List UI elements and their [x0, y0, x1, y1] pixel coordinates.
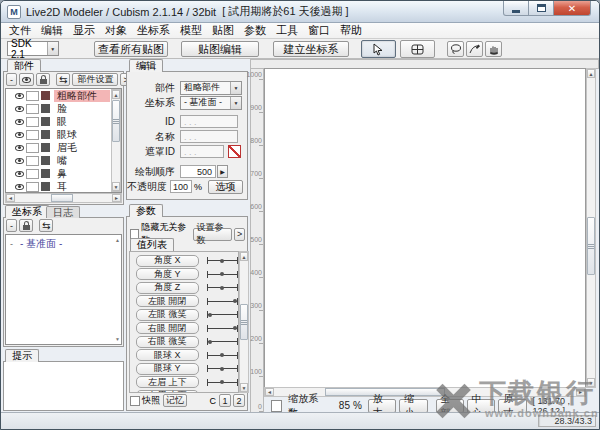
- menu-window[interactable]: 窗口: [303, 23, 335, 38]
- scroll-left-icon[interactable]: ◄: [265, 388, 274, 396]
- menu-model[interactable]: 模型: [175, 23, 207, 38]
- param-slider[interactable]: [207, 257, 238, 264]
- param-slider[interactable]: [207, 325, 238, 332]
- scroll-up-icon[interactable]: ▲: [587, 69, 595, 78]
- part-settings-button[interactable]: 部件设置: [72, 73, 118, 86]
- menu-file[interactable]: 文件: [4, 23, 36, 38]
- zoom-lock-checkbox[interactable]: [271, 400, 282, 412]
- part-checkbox[interactable]: [26, 182, 39, 192]
- slider-marker[interactable]: [220, 367, 224, 371]
- lock-toggle-button[interactable]: [36, 73, 50, 86]
- param-name-button[interactable]: 左眼 微笑: [136, 309, 199, 321]
- part-checkbox[interactable]: [26, 169, 39, 179]
- part-name[interactable]: 眉毛: [54, 142, 110, 154]
- slider-marker[interactable]: [208, 340, 212, 344]
- part-name[interactable]: 眼球: [54, 129, 110, 141]
- coordsys-dropdown[interactable]: - 基准面 - ▼: [180, 96, 242, 110]
- preset-2-button[interactable]: 2: [233, 394, 245, 407]
- close-button[interactable]: ✕: [553, 1, 591, 16]
- tree-item-base-plane[interactable]: - - 基准面 -: [6, 235, 121, 251]
- part-checkbox[interactable]: [26, 130, 39, 140]
- slider-marker[interactable]: [220, 286, 224, 290]
- params-more-button[interactable]: >: [234, 228, 245, 241]
- menu-object[interactable]: 对象: [100, 23, 132, 38]
- options-button[interactable]: 选项: [208, 180, 243, 194]
- eye-icon[interactable]: [13, 106, 26, 112]
- param-name-button[interactable]: 眼球 X: [136, 349, 199, 361]
- part-row-1[interactable]: 脸: [6, 102, 121, 115]
- param-name-button[interactable]: 角度 X: [136, 255, 199, 267]
- part-name[interactable]: 鼻: [54, 168, 110, 180]
- param-slider[interactable]: [207, 338, 238, 345]
- visibility-toggle-button[interactable]: [19, 73, 34, 86]
- grid-tool-button[interactable]: [400, 40, 435, 58]
- part-row-4[interactable]: 眉毛: [6, 141, 121, 154]
- scroll-right-icon[interactable]: ►: [112, 194, 121, 202]
- param-name-button[interactable]: 眼球 Y: [136, 363, 199, 375]
- part-checkbox[interactable]: [26, 117, 39, 127]
- param-slider[interactable]: [207, 352, 238, 359]
- scroll-up-icon[interactable]: ▲: [240, 252, 248, 261]
- tab-params[interactable]: 参数: [129, 204, 163, 217]
- tab-coordsys[interactable]: 坐标系: [5, 205, 49, 218]
- part-checkbox[interactable]: [26, 104, 39, 114]
- params-vertical-scrollbar[interactable]: ▲ ▼: [239, 251, 249, 393]
- part-name[interactable]: 耳: [54, 181, 110, 193]
- scrollbar-thumb[interactable]: [112, 100, 120, 142]
- part-checkbox[interactable]: [26, 156, 39, 166]
- tab-edit[interactable]: 编辑: [129, 59, 163, 72]
- param-name-button[interactable]: 角度 Z: [136, 282, 199, 294]
- parts-vertical-scrollbar[interactable]: ▲ ▼: [111, 89, 121, 192]
- param-name-button[interactable]: 角度 Y: [136, 268, 199, 280]
- lock-toggle-button[interactable]: [19, 219, 33, 232]
- param-slider[interactable]: [207, 284, 238, 291]
- scroll-down-icon[interactable]: ▼: [112, 182, 120, 191]
- eye-icon[interactable]: [13, 93, 26, 99]
- preset-1-button[interactable]: 1: [219, 394, 231, 407]
- mask-none-button[interactable]: [228, 145, 241, 158]
- scroll-down-icon[interactable]: ▼: [587, 378, 595, 387]
- tab-log[interactable]: 日志: [46, 206, 80, 218]
- zoom-in-button[interactable]: 放大: [368, 399, 396, 413]
- scroll-up-icon[interactable]: ▲: [115, 237, 120, 243]
- scrollbar-thumb[interactable]: [587, 217, 595, 275]
- eye-icon[interactable]: [13, 158, 26, 164]
- slider-marker[interactable]: [220, 259, 224, 263]
- draw-order-field[interactable]: 500: [180, 165, 216, 178]
- snapshot-checkbox[interactable]: [130, 396, 140, 406]
- select-tool-button[interactable]: [361, 40, 396, 58]
- param-name-button[interactable]: 左眼 開閉: [136, 295, 199, 307]
- part-row-5[interactable]: 嘴: [6, 154, 121, 167]
- part-name[interactable]: 粗略部件: [54, 90, 110, 102]
- menu-tools[interactable]: 工具: [271, 23, 303, 38]
- scroll-down-icon[interactable]: ▼: [115, 336, 120, 342]
- scroll-down-icon[interactable]: ▼: [240, 383, 248, 392]
- scrollbar-thumb[interactable]: [240, 304, 248, 340]
- maximize-button[interactable]: [528, 1, 554, 16]
- minimize-button[interactable]: [503, 1, 529, 16]
- menu-texture[interactable]: 贴图: [207, 23, 239, 38]
- slider-marker[interactable]: [220, 272, 224, 276]
- scroll-left-icon[interactable]: ◄: [6, 194, 15, 202]
- swap-button[interactable]: ⇆: [56, 73, 70, 86]
- param-slider[interactable]: [207, 271, 238, 278]
- eye-icon[interactable]: [13, 119, 26, 125]
- part-checkbox[interactable]: [26, 143, 39, 153]
- collapse-all-button[interactable]: -: [6, 73, 17, 86]
- draw-order-spinner[interactable]: ▶: [217, 165, 228, 178]
- tree-expander-icon[interactable]: -: [10, 239, 20, 249]
- param-slider[interactable]: [207, 392, 238, 393]
- tab-value-list[interactable]: 值列表: [130, 238, 174, 251]
- menu-help[interactable]: 帮助: [335, 23, 367, 38]
- slider-marker[interactable]: [220, 380, 224, 384]
- lasso-tool-button[interactable]: [447, 41, 464, 57]
- name-field[interactable]: . . .: [180, 130, 238, 143]
- part-name[interactable]: 眼: [54, 116, 110, 128]
- eye-icon[interactable]: [13, 145, 26, 151]
- scrollbar-thumb[interactable]: [51, 194, 73, 202]
- zoom-out-button[interactable]: 缩小: [399, 399, 427, 413]
- canvas-viewport[interactable]: [264, 68, 586, 388]
- pen-tool-button[interactable]: [466, 41, 483, 57]
- param-slider[interactable]: [207, 298, 238, 305]
- canvas-vertical-scrollbar[interactable]: ▲ ▼: [586, 68, 596, 388]
